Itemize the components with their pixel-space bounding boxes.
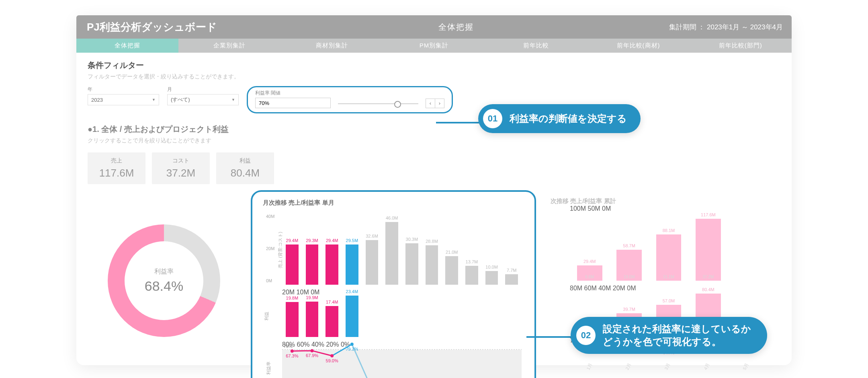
header-section: 全体把握 [244,22,669,33]
tab-bar: 全体把握 企業別集計 商材別集計 PM別集計 前年比較 前年比較(商材) 前年比… [76,39,792,53]
bar-slot[interactable] [362,289,382,337]
callout-text: 設定された利益率に達しているか どうかを色で可視化する。 [603,323,751,348]
tab-yoy[interactable]: 前年比較 [485,39,587,53]
bar-slot[interactable]: 19.9M [302,289,322,337]
kpi-value: 37.2M [155,167,207,179]
y-tick: 100M [570,205,586,212]
donut-value: 68.4% [145,278,183,294]
tab-yoy-product[interactable]: 前年比較(商材) [587,39,689,53]
step-next-button[interactable]: › [435,99,444,108]
bar-slot[interactable] [402,289,422,337]
bar-slot[interactable]: 17.4M [322,289,342,337]
month-label: 月 [167,86,239,93]
aggregation-period: 集計期間 ： 2023年1月 ～ 2023年4月 [669,23,792,32]
bar-slot[interactable] [382,289,402,337]
svg-point-6 [291,349,294,353]
rate-line-zone: 利益率 80% 60% 40% 20% 0% 70%67.3%67.9%59.0… [282,341,522,378]
bar-slot[interactable]: 29.4M [322,216,342,285]
kpi-label: コスト [155,157,207,164]
y-tick: 40M [266,214,274,219]
chart-title: 月次推移 売上/利益率 単月 [263,199,524,207]
bar-slot[interactable]: 21.0M [442,216,462,285]
svg-point-12 [350,343,354,346]
bar-slot[interactable]: 10.0M [482,216,502,285]
callout-01: 01 利益率の判断値を決定する [478,104,641,133]
svg-text:59.0%: 59.0% [326,358,338,363]
bar-slot[interactable]: 30.3M [402,216,422,285]
callout-number: 02 [576,326,596,345]
y-tick: 20M [266,246,274,251]
bar-slot[interactable] [442,289,462,337]
callout-text: 利益率の判断値を決定する [510,112,627,125]
bar-slot[interactable] [422,289,442,337]
svg-point-8 [311,349,314,352]
chart-title: 次推移 売上/利益率 累計 [551,197,768,205]
section1-title: ●1. 全体 / 売上およびプロジェクト利益 [88,124,780,135]
header-bar: PJ利益分析ダッシュボード 全体把握 集計期間 ： 2023年1月 ～ 2023… [76,15,792,39]
profit-rate-donut: 利益率 68.4% [88,190,240,371]
svg-text:67.3%: 67.3% [286,353,298,358]
year-select[interactable]: 2023 ▼ [88,94,159,105]
year-value: 2023 [91,97,103,103]
bar-slot[interactable]: 19.8M [282,289,302,337]
bar-slot[interactable] [502,289,522,337]
tab-overall[interactable]: 全体把握 [76,39,178,53]
kpi-value: 80.4M [219,167,271,179]
bar-slot[interactable] [482,289,502,337]
x-axis-labels: 1月2月3月4月5月 [570,364,765,370]
svg-point-10 [330,354,334,357]
month-value: (すべて) [171,96,190,103]
kpi-sales: 売上 117.6M [88,152,145,184]
bar-slot[interactable]: 7.7M [502,216,522,285]
filter-title: 条件フィルター [88,60,780,71]
dashboard-card: PJ利益分析ダッシュボード 全体把握 集計期間 ： 2023年1月 ～ 2023… [76,15,792,365]
svg-line-2 [292,351,312,351]
tab-product[interactable]: 商材別集計 [281,39,383,53]
y-axis-label: 利益率 [266,362,272,375]
chevron-down-icon: ▼ [152,98,156,102]
y-tick: 50M [588,205,600,212]
threshold-slider[interactable] [338,99,418,108]
threshold-label: 利益率 閾値 [255,90,331,97]
monthly-chart-highlight: 月次推移 売上/利益率 単月 売上 (背景:コスト) 40M 20M 0M 29… [251,190,536,378]
bar-slot[interactable]: 46.0M [382,216,402,285]
app-title: PJ利益分析ダッシュボード [76,20,244,34]
month-select[interactable]: (すべて) ▼ [167,94,239,105]
svg-text:67.9%: 67.9% [306,353,318,358]
tab-company[interactable]: 企業別集計 [178,39,280,53]
callout-02: 02 設定された利益率に達しているか どうかを色で可視化する。 [571,317,767,354]
bar-slot[interactable]: 28.8M [422,216,442,285]
y-tick: 0M [602,205,611,212]
section1-subtitle: クリックすることで月を絞り込むことができます [88,137,780,144]
year-label: 年 [88,86,159,93]
kpi-value: 117.6M [91,167,142,179]
callout-number: 01 [483,109,502,128]
y-axis-label: 利益 [264,312,270,320]
y-tick: 0M [266,278,272,283]
bar-slot[interactable]: 32.6M [362,216,382,285]
kpi-cost: コスト 37.2M [152,152,210,184]
chevron-down-icon: ▼ [231,98,235,102]
threshold-highlight: 利益率 閾値 ‹ › [247,86,453,113]
kpi-profit: 利益 80.4M [216,152,274,184]
bar-slot[interactable]: 29.3M [302,216,322,285]
bar-slot[interactable] [462,289,482,337]
kpi-label: 利益 [219,157,271,164]
donut-label: 利益率 [154,267,174,276]
bar-slot[interactable]: 13.7M [462,216,482,285]
bar-slot[interactable]: 29.5M [342,216,362,285]
sales-bar-zone: 売上 (背景:コスト) 40M 20M 0M 29.4M29.3M29.4M29… [282,209,522,285]
threshold-input[interactable] [255,98,331,108]
kpi-label: 売上 [91,157,142,164]
bar-slot[interactable]: 29.4M [282,216,302,285]
svg-text:79.3%: 79.3% [346,347,358,351]
bar-slot[interactable]: 23.4M [342,289,362,337]
tab-pm[interactable]: PM別集計 [383,39,485,53]
tab-yoy-dept[interactable]: 前年比較(部門) [690,39,792,53]
step-prev-button[interactable]: ‹ [426,99,435,108]
threshold-stepper: ‹ › [426,99,444,108]
profit-bar-zone: 利益 20M 10M 0M 19.8M19.9M17.4M23.4M [282,289,522,337]
callout-connector [526,336,575,338]
filter-subtitle: フィルターでデータを選択・絞り込みすることができます。 [88,73,780,80]
svg-text:70%: 70% [284,344,293,349]
